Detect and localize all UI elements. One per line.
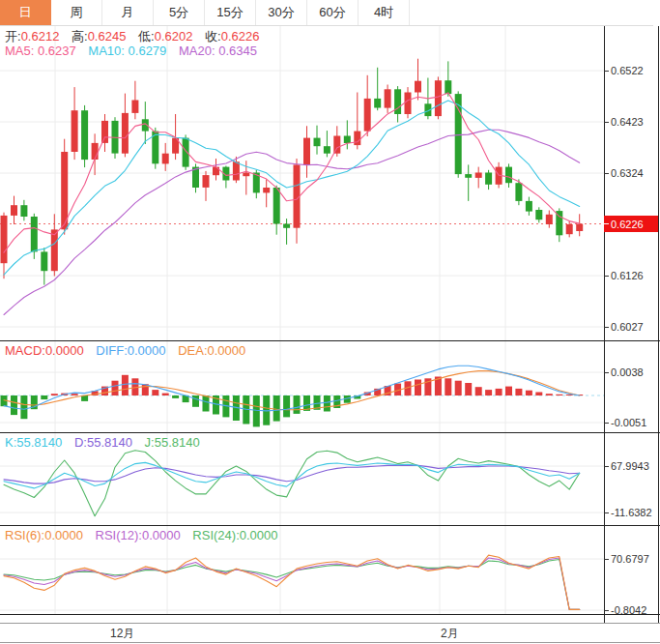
time-axis-label: 12月 [110, 626, 134, 642]
axis-tick [604, 223, 609, 224]
axis-tick [604, 173, 609, 174]
kdj-axis-label: 67.9943 [604, 459, 649, 473]
axis-tick [604, 423, 609, 424]
time-axis: 12月 2月 [0, 623, 660, 643]
axis-tick [604, 512, 609, 513]
kdj-chart[interactable] [0, 432, 604, 525]
rsi-axis-label: -0.8042 [604, 603, 646, 617]
panel-divider [0, 614, 660, 615]
tab-60min[interactable]: 60分 [307, 0, 359, 25]
tab-month[interactable]: 月 [102, 0, 154, 25]
rsi-chart[interactable] [0, 525, 604, 614]
axis-tick [604, 466, 609, 467]
tab-4hour[interactable]: 4时 [359, 0, 410, 25]
panel-divider [0, 432, 660, 433]
kdj-axis-label: -11.6382 [604, 506, 652, 519]
candlestick-chart[interactable] [0, 26, 604, 340]
price-axis-label: 0.6423 [604, 115, 644, 129]
rsi-axis-label: 70.6797 [604, 552, 649, 566]
axis-tick [604, 610, 609, 611]
time-axis-label: 2月 [441, 626, 459, 642]
macd-axis-label: -0.0051 [604, 416, 646, 429]
panel-divider [0, 525, 660, 526]
tab-day[interactable]: 日 [0, 0, 51, 25]
trading-chart-app: 日 周 月 5分 15分 30分 60分 4时 开:0.6212 高:0.624… [0, 0, 660, 644]
axis-tick [604, 71, 609, 72]
price-axis-label: 0.6324 [604, 166, 644, 180]
tab-15min[interactable]: 15分 [205, 0, 256, 25]
price-axis-label: 0.6027 [604, 320, 644, 334]
tab-30min[interactable]: 30分 [256, 0, 307, 25]
axis-tick [604, 372, 609, 373]
period-tabbar: 日 周 月 5分 15分 30分 60分 4时 [0, 0, 653, 26]
price-axis-label: 0.6522 [604, 64, 644, 77]
axis-tick [604, 327, 609, 328]
tab-week[interactable]: 周 [51, 0, 102, 25]
macd-chart[interactable] [0, 340, 604, 432]
current-price-tag: 0.6226 [604, 216, 658, 232]
macd-axis-label: 0.0038 [604, 366, 644, 379]
axis-tick [604, 122, 609, 123]
price-axis-label: 0.6126 [604, 269, 644, 282]
axis-tick [604, 276, 609, 277]
price-axis: 0.6522 0.6423 0.6324 0.6226 0.6126 0.602… [604, 0, 660, 644]
tab-5min[interactable]: 5分 [154, 0, 205, 25]
panel-divider [0, 340, 660, 341]
axis-tick [604, 559, 609, 560]
